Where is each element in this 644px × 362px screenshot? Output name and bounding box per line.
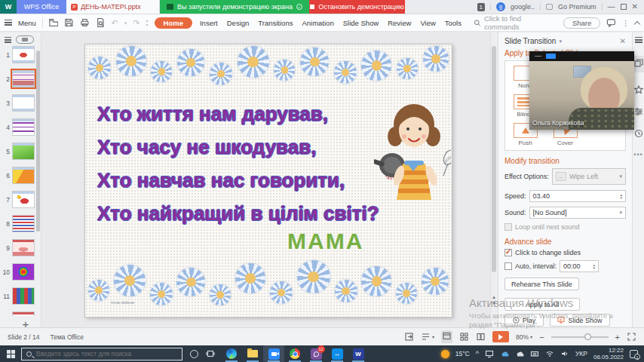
tab-document[interactable]: P ДЕНЬ-МАТЕРІ.pptx	[66, 0, 160, 14]
slide-thumbnail[interactable]	[12, 287, 35, 305]
taskbar-explorer[interactable]	[242, 345, 263, 362]
effect-options-dropdown[interactable]: ← Wipe Left ▾	[552, 168, 626, 185]
webcam-view-button[interactable]	[546, 54, 556, 59]
slide-thumbnail[interactable]	[12, 46, 35, 63]
tab-design[interactable]: Design	[225, 17, 251, 29]
weather-sun-icon[interactable]	[441, 350, 449, 358]
tab-review[interactable]: Review	[386, 17, 412, 29]
slide-thumbnail[interactable]	[12, 191, 35, 208]
slide-sorter-icon[interactable]	[459, 332, 469, 342]
slide-thumbnail[interactable]	[12, 239, 35, 256]
rehearse-button[interactable]: Rehearse This Slide	[504, 278, 579, 290]
export-icon[interactable]	[404, 332, 414, 342]
spinner-icon[interactable]: ▴▾	[620, 193, 622, 199]
cloud-icon[interactable]	[515, 349, 524, 358]
taskbar-viber[interactable]: 12	[305, 345, 327, 362]
reading-view-icon[interactable]	[476, 332, 486, 342]
restore-button[interactable]	[621, 4, 627, 10]
save-icon[interactable]	[64, 17, 74, 28]
panel-title-caret[interactable]: ▾	[559, 38, 562, 44]
slide-thumbnail[interactable]	[12, 215, 35, 232]
taskbar-chrome[interactable]	[284, 345, 305, 362]
slide-row-10[interactable]: 10	[0, 263, 41, 281]
language-indicator[interactable]: УКР	[575, 350, 587, 357]
slide-row-5[interactable]: 5	[0, 143, 41, 160]
slide-row-11[interactable]: 11	[0, 287, 41, 305]
sound-dropdown[interactable]: [No Sound] ▾	[529, 207, 626, 219]
taskbar-search-input[interactable]	[36, 350, 164, 357]
account-label[interactable]: google..	[511, 3, 535, 11]
tab-wps-office[interactable]: WPS Office	[17, 0, 66, 14]
open-folder-icon[interactable]	[49, 17, 59, 28]
slide-thumbnail[interactable]	[12, 143, 35, 160]
comment-icon[interactable]	[606, 17, 616, 28]
start-button[interactable]	[0, 345, 21, 362]
cortana-icon[interactable]	[190, 350, 198, 358]
settings-sliders-icon[interactable]	[634, 107, 643, 116]
slide-row-6[interactable]: 6	[0, 167, 41, 184]
slide-thumbnail[interactable]	[12, 94, 35, 112]
notes-icon[interactable]: ▾	[421, 332, 434, 342]
webcam-minimize-button[interactable]: —	[535, 53, 541, 60]
slide-thumbnail[interactable]	[12, 167, 35, 184]
slide-row-12-partial[interactable]	[0, 311, 41, 316]
tab-animation[interactable]: Animation	[300, 17, 335, 29]
loop-checkbox[interactable]	[504, 223, 512, 231]
panel-close-icon[interactable]: ✕	[620, 37, 626, 45]
undo-dropdown-icon[interactable]: ▾	[124, 19, 127, 27]
more-panels-icon[interactable]: •••	[633, 151, 642, 158]
star-icon[interactable]	[634, 85, 643, 94]
taskbar-wps[interactable]: W	[348, 345, 369, 362]
fit-slide-icon[interactable]	[627, 332, 636, 342]
onedrive-icon[interactable]	[500, 349, 509, 358]
slide-show-button[interactable]: Slide Show	[550, 314, 610, 327]
slide-row-2[interactable]: 2	[0, 70, 41, 87]
share-button[interactable]: Share	[563, 17, 600, 29]
taskbar-zoom[interactable]	[263, 345, 284, 362]
wps-logo[interactable]: W	[0, 0, 17, 14]
keyboard-icon[interactable]	[530, 349, 539, 358]
tab-tools[interactable]: Tools	[443, 17, 463, 29]
print-icon[interactable]	[80, 17, 90, 28]
updown-icon[interactable]: ▴▾	[146, 18, 149, 27]
canvas-scrollbar[interactable]: ▲▼	[490, 32, 498, 327]
taskbar-teamviewer[interactable]: ↔	[327, 345, 348, 362]
stop-demo-button[interactable]: Остановить демонстрацию	[309, 0, 405, 14]
go-premium-button[interactable]: Go Premium	[558, 3, 596, 11]
slide-thumbnail-selected[interactable]	[12, 70, 35, 87]
more-options-icon[interactable]: ⋮	[622, 19, 630, 27]
menu-button[interactable]: Menu	[18, 19, 36, 27]
slide-row-3[interactable]: 3	[0, 94, 41, 112]
zoom-out-button[interactable]: −	[539, 333, 544, 342]
tab-home[interactable]: Home	[155, 17, 192, 29]
zoom-level[interactable]: 80%▾	[516, 333, 532, 341]
slides-scrollbar[interactable]	[36, 51, 40, 232]
account-avatar[interactable]: g	[496, 2, 505, 11]
zoom-slider[interactable]	[551, 336, 609, 338]
slide-thumbnail[interactable]	[12, 311, 35, 316]
webcam-overlay-window[interactable]: — Ольга Коржикова	[529, 51, 634, 130]
play-button[interactable]: Play	[504, 314, 544, 327]
zoom-in-button[interactable]: +	[615, 333, 620, 342]
auto-interval-checkbox[interactable]	[504, 262, 512, 270]
slide-row-9[interactable]: 9	[0, 239, 41, 256]
volume-icon[interactable]	[560, 349, 569, 358]
zoom-slider-handle[interactable]	[584, 333, 591, 340]
normal-view-icon[interactable]	[441, 330, 452, 343]
slide-row-4[interactable]: 4	[0, 118, 41, 136]
window-count-badge[interactable]: 1	[477, 3, 485, 11]
slide-thumbnail[interactable]	[12, 263, 35, 281]
action-center-icon[interactable]: 1	[630, 350, 638, 358]
slide-counter[interactable]: Slide 2 / 14	[8, 333, 40, 341]
clock-icon[interactable]	[634, 129, 643, 138]
tab-insert[interactable]: Insert	[198, 17, 219, 29]
redo-icon[interactable]: ↷	[133, 19, 140, 27]
close-button[interactable]: ✕	[632, 3, 638, 11]
slide-row-8[interactable]: 8	[0, 215, 41, 232]
webcam-titlebar[interactable]: —	[529, 51, 634, 61]
slideshow-play-button[interactable]	[492, 331, 509, 342]
wifi-icon[interactable]	[545, 349, 554, 358]
undo-icon[interactable]: ↶	[112, 19, 118, 27]
speed-input[interactable]: 03.40 ▴▾	[529, 190, 626, 202]
print-preview-icon[interactable]	[96, 17, 106, 28]
